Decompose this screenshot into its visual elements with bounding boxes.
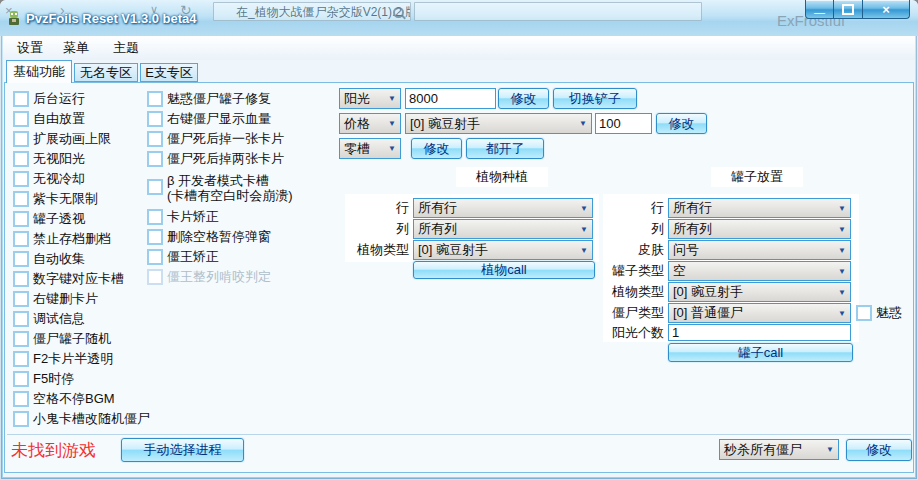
checkbox-box[interactable] (13, 331, 29, 347)
checkbox-box[interactable] (147, 209, 163, 225)
checkbox-box[interactable] (13, 111, 29, 127)
checkbox-box[interactable] (13, 151, 29, 167)
checkbox-vase-xray[interactable]: 罐子透视 (13, 209, 150, 229)
checkbox-remove-pause-popup[interactable]: 删除空格暂停弹窗 (147, 227, 293, 247)
checkbox-debug-info[interactable]: 调试信息 (13, 309, 150, 329)
menu-bar: 设置 菜单 主题 (3, 36, 915, 60)
checkbox-charm[interactable]: 魅惑 (856, 303, 902, 323)
vase-row-selector[interactable]: 所有行▼ (668, 198, 851, 218)
vase-type-selector[interactable]: 空▼ (668, 261, 851, 281)
price-modify-button[interactable]: 修改 (656, 113, 707, 134)
vase-sun-count-input[interactable] (668, 324, 851, 341)
sun-selector[interactable]: 阳光▼ (339, 88, 401, 109)
checkbox-box[interactable] (13, 191, 29, 207)
checkbox-purple-card-unlimited[interactable]: 紫卡无限制 (13, 189, 150, 209)
checkbox-box[interactable] (147, 179, 163, 195)
bottom-modify-button[interactable]: 修改 (846, 439, 912, 461)
title-bar[interactable]: × › ∨ ↻ 在_植物大战僵尸杂交版V2(1).2 版本4款修改... Pvz… (0, 0, 918, 36)
maximize-button[interactable] (834, 0, 862, 19)
checkbox-f5-time-stop[interactable]: F5时停 (13, 369, 150, 389)
checkbox-rightclick-zombie-hp[interactable]: 右键僵尸显示血量 (147, 109, 293, 129)
vase-col-value: 所有列 (669, 220, 834, 238)
slot-modify-button[interactable]: 修改 (411, 138, 462, 159)
checkbox-zomboss-correction[interactable]: 僵王矫正 (147, 247, 293, 267)
checkbox-ignore-cooldown[interactable]: 无视冷却 (13, 169, 150, 189)
menu-menu[interactable]: 菜单 (57, 39, 95, 57)
price-plant-selector[interactable]: [0] 豌豆射手▼ (405, 113, 592, 134)
close-button[interactable]: × (862, 0, 910, 19)
zombie-action-selector[interactable]: 秒杀所有僵尸▼ (719, 439, 839, 460)
checkbox-box[interactable] (13, 371, 29, 387)
checkbox-f2-card-translucent[interactable]: F2卡片半透明 (13, 349, 150, 369)
checkbox-label: 后台运行 (33, 90, 85, 108)
price-selector[interactable]: 价格▼ (339, 113, 401, 134)
vase-sun-count-label: 阳光个数 (550, 323, 664, 343)
checkbox-box[interactable] (147, 151, 163, 167)
slot-selector[interactable]: 零槽▼ (339, 138, 401, 159)
sun-modify-button[interactable]: 修改 (498, 88, 549, 109)
checkbox-label: 魅惑僵尸罐子修复 (167, 90, 271, 108)
switch-shovel-button[interactable]: 切换铲子 (553, 88, 637, 109)
checkbox-box[interactable] (13, 391, 29, 407)
checkbox-box[interactable] (147, 91, 163, 107)
menu-theme[interactable]: 主题 (107, 39, 145, 57)
checkbox-box[interactable] (13, 171, 29, 187)
checkbox-zombie-drop-one-card[interactable]: 僵尸死后掉一张卡片 (147, 129, 293, 149)
tab-wuming-zone[interactable]: 无名专区 (74, 63, 138, 82)
checkbox-auto-collect[interactable]: 自动收集 (13, 249, 150, 269)
checkbox-box[interactable] (147, 111, 163, 127)
checkbox-box[interactable] (13, 131, 29, 147)
checkbox-free-placement[interactable]: 自由放置 (13, 109, 150, 129)
sun-selector-value: 阳光 (340, 90, 384, 108)
checkbox-box[interactable] (147, 131, 163, 147)
checkbox-label: 右键删卡片 (33, 290, 98, 308)
open-all-button[interactable]: 都开了 (466, 138, 544, 159)
checkbox-box[interactable] (147, 229, 163, 245)
tab-ezhi-zone[interactable]: E支专区 (140, 63, 198, 82)
checkbox-zomboss-row-bite-disabled: 僵王整列啃咬判定 (147, 267, 293, 287)
checkbox-box[interactable] (147, 249, 163, 265)
price-value-input[interactable] (595, 113, 652, 134)
checkbox-forbid-save-delete[interactable]: 禁止存档删档 (13, 229, 150, 249)
checkbox-box[interactable] (13, 91, 29, 107)
checkbox-box[interactable] (856, 305, 872, 321)
checkbox-box[interactable] (13, 211, 29, 227)
checkbox-run-in-background[interactable]: 后台运行 (13, 89, 150, 109)
manual-select-process-button[interactable]: 手动选择进程 (121, 438, 244, 462)
checkbox-card-correction[interactable]: 卡片矫正 (147, 207, 293, 227)
checkbox-zombie-drop-two-cards[interactable]: 僵尸死后掉两张卡片 (147, 149, 293, 169)
tab-basic-functions[interactable]: 基础功能 (6, 60, 72, 83)
chevron-down-icon: ▼ (384, 94, 400, 103)
checkbox-space-keep-bgm[interactable]: 空格不停BGM (13, 389, 150, 409)
checkbox-extend-animation-cap[interactable]: 扩展动画上限 (13, 129, 150, 149)
vase-call-button[interactable]: 罐子call (668, 343, 853, 362)
minimize-icon: — (814, 9, 825, 15)
vase-skin-selector[interactable]: 问号▼ (668, 240, 851, 260)
checkbox-box[interactable] (13, 231, 29, 247)
vase-zombie-type-selector[interactable]: [0] 普通僵尸▼ (668, 303, 851, 323)
checkbox-label: 僵王矫正 (167, 248, 219, 266)
checkbox-box[interactable] (13, 271, 29, 287)
checkbox-box[interactable] (13, 291, 29, 307)
checkbox-rightclick-delete-card[interactable]: 右键删卡片 (13, 289, 150, 309)
checkbox-ignore-sun[interactable]: 无视阳光 (13, 149, 150, 169)
checkbox-charm-vase-fix[interactable]: 魅惑僵尸罐子修复 (147, 89, 293, 109)
menu-settings[interactable]: 设置 (11, 39, 49, 57)
checkbox-label: 自动收集 (33, 250, 85, 268)
checkbox-zombie-vase-random[interactable]: 僵尸罐子随机 (13, 329, 150, 349)
sun-value-input[interactable] (405, 88, 496, 109)
checkbox-box[interactable] (13, 351, 29, 367)
checkbox-numkey-card-slot[interactable]: 数字键对应卡槽 (13, 269, 150, 289)
vase-zombie-type-value: [0] 普通僵尸 (669, 304, 834, 322)
checkbox-label: β 开发者模式卡槽 (卡槽有空白时会崩溃) (167, 169, 293, 203)
minimize-button[interactable]: — (805, 0, 834, 19)
checkbox-beta-developer-slot[interactable]: β 开发者模式卡槽 (卡槽有空白时会崩溃) (147, 169, 293, 207)
checkbox-box[interactable] (13, 311, 29, 327)
background-search-text: 在_植物大战僵尸杂交版V2(1).2 版本4款修改... (214, 3, 410, 20)
vase-plant-type-label: 植物类型 (550, 282, 664, 302)
checkbox-imp-slot-random-zombie[interactable]: 小鬼卡槽改随机僵尸 (13, 409, 150, 429)
vase-col-selector[interactable]: 所有列▼ (668, 219, 851, 239)
checkbox-box[interactable] (13, 411, 29, 427)
vase-plant-type-selector[interactable]: [0] 豌豆射手▼ (668, 282, 851, 302)
checkbox-box[interactable] (13, 251, 29, 267)
